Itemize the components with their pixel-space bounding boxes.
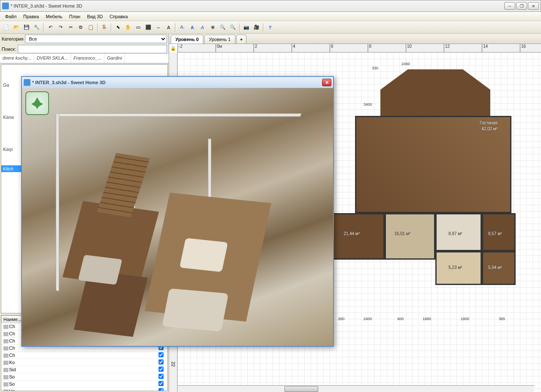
- new-button[interactable]: 📄: [2, 23, 11, 32]
- minimize-button[interactable]: ─: [504, 2, 515, 10]
- search-input[interactable]: [18, 45, 167, 53]
- visible-checkbox[interactable]: [158, 352, 164, 357]
- table-row[interactable]: Ko: [2, 359, 167, 366]
- cell-v3: [133, 381, 155, 388]
- maximize-button[interactable]: ❐: [516, 2, 527, 10]
- view3d-window[interactable]: * INTER_3.sh3d - Sweet Home 3D ✕: [21, 76, 334, 347]
- room-4[interactable]: 8,97 м²: [435, 213, 482, 251]
- visible-checkbox[interactable]: [158, 374, 164, 379]
- menu-plan[interactable]: План: [66, 13, 84, 20]
- render-3d: [22, 88, 333, 346]
- label-button[interactable]: Aᵢ: [178, 23, 187, 32]
- catalog-tab[interactable]: DVERI SKLA...: [34, 54, 71, 63]
- level-tab-1[interactable]: Уровень 1: [204, 35, 235, 44]
- bay-window[interactable]: [380, 69, 490, 120]
- redo-button[interactable]: ↷: [56, 23, 65, 32]
- view3d-close-button[interactable]: ✕: [322, 79, 331, 86]
- open-button[interactable]: 📂: [12, 23, 21, 32]
- cell-name: So: [2, 373, 90, 381]
- catalog-tab[interactable]: Gardini: [104, 54, 125, 63]
- scrollbar-horizontal[interactable]: [178, 385, 534, 392]
- room-7[interactable]: 5,94 м²: [482, 251, 516, 285]
- room-area: 16,01 м²: [394, 231, 410, 236]
- lock-icon[interactable]: 🔒: [170, 45, 177, 52]
- room-button[interactable]: ⬛: [144, 23, 153, 32]
- cell-v1: [90, 366, 112, 373]
- visible-checkbox[interactable]: [158, 367, 164, 372]
- prefs-button[interactable]: 🔧: [32, 23, 41, 32]
- undo-icon: ↶: [49, 25, 52, 30]
- textbg-button[interactable]: A: [188, 23, 197, 32]
- cell-chk: [155, 359, 167, 366]
- cell-v2: [112, 373, 133, 381]
- floor-plan[interactable]: Гостиная 42,02 м² 21,44 м² 16,01 м² 8,97…: [330, 69, 516, 315]
- save-button[interactable]: 💾: [22, 23, 31, 32]
- visible-checkbox[interactable]: [158, 359, 164, 365]
- texti-icon: A: [201, 25, 204, 30]
- pan-button[interactable]: ✋: [123, 23, 133, 32]
- menu-view3d[interactable]: Вид 3D: [84, 13, 106, 20]
- dimension: 1800: [461, 317, 469, 321]
- table-row[interactable]: Sid: [2, 366, 167, 373]
- table-row[interactable]: Ch: [2, 352, 167, 359]
- menu-edit[interactable]: Правка: [20, 13, 42, 20]
- table-row[interactable]: Un: [2, 388, 167, 392]
- close-button[interactable]: ✕: [528, 2, 539, 10]
- cell-v2: [112, 388, 133, 392]
- ruler-tick: -2: [178, 44, 216, 52]
- room-icon: ⬛: [145, 25, 151, 30]
- room-5[interactable]: 8,57 м²: [482, 213, 516, 251]
- dimension: 330: [372, 66, 378, 70]
- view3d-titlebar[interactable]: * INTER_3.sh3d - Sweet Home 3D ✕: [22, 77, 333, 88]
- compass-icon: ⊕: [211, 25, 215, 30]
- texti-button[interactable]: A: [198, 23, 207, 32]
- view3d-canvas[interactable]: [22, 88, 333, 346]
- cell-v1: [90, 373, 112, 381]
- catalog-tab[interactable]: dvere kuchy...: [0, 54, 34, 63]
- select-button[interactable]: ⬉: [113, 23, 123, 32]
- addfurn-button[interactable]: 🪑: [100, 23, 109, 32]
- visible-checkbox[interactable]: [158, 388, 164, 391]
- table-row[interactable]: So: [2, 373, 167, 381]
- menu-furniture[interactable]: Мебель: [42, 13, 66, 20]
- menu-help[interactable]: Справка: [106, 13, 131, 20]
- undo-button[interactable]: ↶: [46, 23, 55, 32]
- photo-button[interactable]: 📷: [242, 23, 251, 32]
- category-select[interactable]: Все: [25, 35, 167, 43]
- level-tab-0[interactable]: Уровень 0: [171, 35, 203, 44]
- video-icon: 🎥: [254, 25, 260, 30]
- dim-button[interactable]: ↔: [154, 23, 163, 32]
- compass-button[interactable]: ⊕: [208, 23, 217, 32]
- catalog-tab[interactable]: Francesco_...: [71, 54, 105, 63]
- dimension: 260: [338, 317, 344, 321]
- text-button[interactable]: A: [164, 23, 173, 32]
- room-area: 5,23 м²: [448, 265, 462, 270]
- room-2[interactable]: 21,44 м²: [330, 213, 385, 260]
- label-icon: Aᵢ: [180, 25, 184, 30]
- scrollbar-thumb[interactable]: [284, 386, 318, 392]
- room-3[interactable]: 16,01 м²: [385, 213, 435, 260]
- visible-checkbox[interactable]: [158, 381, 164, 386]
- category-label: Категория: [2, 36, 23, 41]
- help-button[interactable]: ?: [265, 23, 275, 32]
- add-level-button[interactable]: +: [236, 35, 246, 44]
- separator: [111, 23, 112, 32]
- cell-v3: [133, 388, 155, 392]
- wall-button[interactable]: ▭: [134, 23, 143, 32]
- search-row: Поиск:: [0, 44, 169, 54]
- room-6[interactable]: 5,23 м²: [435, 251, 482, 285]
- cell-name: Ko: [2, 359, 90, 366]
- zoomin-button[interactable]: 🔍: [218, 23, 227, 32]
- toolbar: 📄 📂 💾 🔧 ↶ ↷ ✂ ⧉ 📋 🪑 ⬉ ✋ ▭ ⬛ ↔ A Aᵢ A A ⊕…: [0, 21, 541, 34]
- paste-button[interactable]: 📋: [86, 23, 96, 32]
- room-living[interactable]: Гостиная 42,02 м²: [355, 116, 511, 213]
- room-area: 5,94 м²: [488, 265, 502, 270]
- menu-file[interactable]: Файл: [2, 13, 20, 20]
- table-row[interactable]: So: [2, 381, 167, 388]
- copy-button[interactable]: ⧉: [76, 23, 85, 32]
- zoomout-button[interactable]: 🔍: [228, 23, 238, 32]
- cut-button[interactable]: ✂: [66, 23, 75, 32]
- cut-icon: ✂: [69, 25, 73, 30]
- view3d-title: * INTER_3.sh3d - Sweet Home 3D: [32, 80, 322, 85]
- video-button[interactable]: 🎥: [252, 23, 261, 32]
